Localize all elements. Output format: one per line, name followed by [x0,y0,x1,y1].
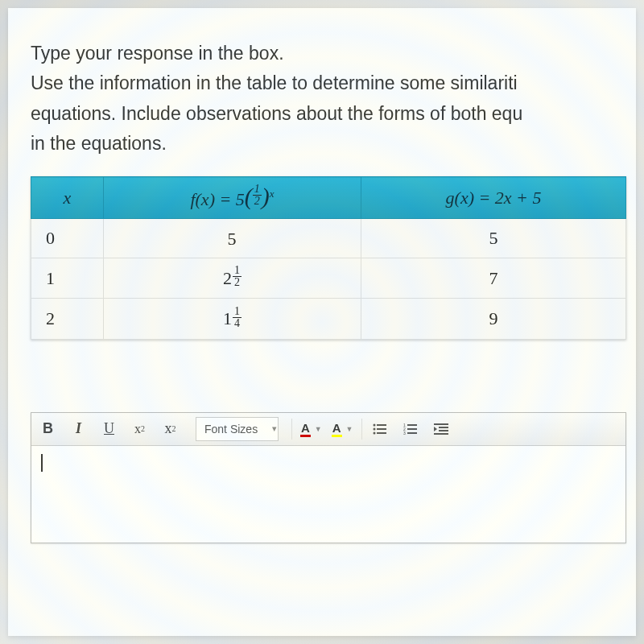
editor-toolbar: B I U x2 x2 Font Sizes A▼ A▼ 123 [31,413,625,446]
numbered-list-icon: 123 [402,422,419,436]
cell-fx: 114 [104,299,361,339]
indent-button[interactable] [427,415,457,444]
frac-num: 1 [233,265,242,277]
subscript-button[interactable]: x2 [155,415,186,444]
cell-fx: 5 [104,218,361,258]
svg-marker-13 [434,427,437,431]
instruction-line: in the equations. [31,130,613,157]
cell-fx: 212 [104,258,361,298]
cell-x: 1 [31,258,104,298]
bullet-list-icon [371,422,389,436]
dropdown-arrow-icon: ▼ [346,425,353,433]
table-row: 2 114 9 [31,299,626,339]
frac-den: 4 [233,318,242,329]
editor-textarea[interactable] [31,446,625,543]
sup-exp: 2 [141,424,145,433]
value-frac: 12 [233,265,242,288]
fx-fraction: (12) [245,185,270,208]
svg-rect-14 [439,427,448,428]
header-fx: f(x) = 5(12)x [104,177,361,219]
svg-rect-7 [407,424,417,426]
function-table: x f(x) = 5(12)x g(x) = 2x + 5 0 5 5 1 21… [31,176,626,339]
svg-point-0 [374,423,376,426]
frac-den: 2 [253,196,262,207]
cell-x: 0 [31,218,104,258]
header-gx: g(x) = 2x + 5 [361,177,626,219]
font-size-select-wrap[interactable]: Font Sizes [191,417,283,441]
table-header-row: x f(x) = 5(12)x g(x) = 2x + 5 [31,177,626,219]
numbered-list-button[interactable]: 123 [396,415,427,444]
bullet-list-button[interactable] [365,415,396,444]
underline-button[interactable]: U [94,415,125,444]
instruction-block: Type your response in the box. Use the i… [31,40,613,157]
svg-rect-16 [434,433,448,435]
text-color-button[interactable]: A▼ [295,415,327,444]
svg-point-4 [374,431,376,434]
toolbar-separator [291,419,292,440]
value-whole: 2 [223,268,232,288]
svg-rect-5 [377,432,386,434]
svg-point-2 [374,427,376,430]
sub-index: 2 [172,424,176,433]
frac-num: 1 [233,306,242,318]
fx-exponent: x [270,188,275,200]
svg-rect-3 [377,428,386,430]
color-letter: A [300,421,311,437]
svg-rect-15 [439,430,448,431]
instruction-line: Use the information in the table to dete… [31,70,613,97]
bold-button[interactable]: B [33,415,64,444]
content-page: Type your response in the box. Use the i… [8,8,636,636]
value-whole: 1 [223,308,232,328]
rich-text-editor: B I U x2 x2 Font Sizes A▼ A▼ 123 [31,412,626,543]
highlight-letter: A [332,421,342,437]
instruction-line: Type your response in the box. [31,40,613,67]
svg-rect-11 [407,432,417,434]
table-row: 0 5 5 [31,218,626,258]
cell-x: 2 [31,299,104,339]
sup-base: x [134,422,141,436]
frac-den: 2 [233,277,242,288]
sub-base: x [165,420,172,437]
cell-gx: 9 [361,299,626,339]
dropdown-arrow-icon: ▼ [315,425,322,433]
cell-gx: 7 [361,258,626,298]
text-cursor [41,454,43,472]
font-size-select[interactable]: Font Sizes [196,417,279,441]
value-whole: 5 [228,229,237,249]
svg-rect-1 [377,424,386,426]
highlight-color-button[interactable]: A▼ [327,415,358,444]
fx-prefix: f(x) = 5 [190,189,244,209]
cell-gx: 5 [361,218,626,258]
instruction-line: equations. Include observations about th… [31,101,613,127]
superscript-button[interactable]: x2 [125,415,155,444]
toolbar-separator [361,419,362,440]
svg-text:3: 3 [403,431,406,435]
frac-num: 1 [253,184,262,196]
header-x: x [31,177,104,219]
table-row: 1 212 7 [31,258,626,298]
indent-icon [432,422,450,436]
italic-button[interactable]: I [64,415,94,444]
svg-rect-12 [434,423,448,425]
svg-rect-9 [407,428,417,430]
value-frac: 14 [233,306,242,329]
